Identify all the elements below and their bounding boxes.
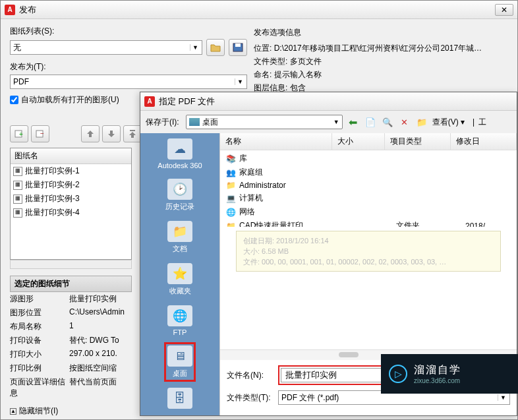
search-button[interactable]: 🔍 [381, 115, 394, 129]
detail-row: 图形位置C:\Users\Admin [10, 306, 132, 320]
filetype-label: 文件类型(T): [227, 392, 273, 404]
col-date[interactable]: 修改日 [451, 133, 517, 150]
sheet-row[interactable]: ▦批量打印实例-2 [11, 178, 131, 192]
folder-tooltip: 创建日期: 2018/1/20 16:14 大小: 6.58 MB 文件: 00… [236, 231, 501, 272]
desktop-icon: 🖥 [167, 345, 192, 367]
sheet-name: 批量打印实例-1 [25, 165, 80, 177]
detail-row: 布局名称1 [10, 320, 132, 334]
layerinfo-value: 包含 [290, 83, 306, 92]
publish-as-select[interactable]: PDF ▼ [10, 75, 247, 89]
place-fav[interactable]: ⭐收藏夹 [167, 263, 192, 296]
sheet-name: 批量打印实例-2 [25, 179, 80, 191]
svg-rect-1 [235, 44, 241, 47]
desktop-icon [189, 118, 200, 126]
sheet-row[interactable]: ▦批量打印实例-4 [11, 206, 131, 220]
detail-row: 打印大小297.00 x 210. [10, 347, 132, 361]
filename-label: 文件名(N): [227, 370, 273, 381]
file-row[interactable]: 📁Administrator [220, 179, 517, 191]
move-top-button[interactable] [123, 125, 142, 142]
ftp-icon: 🌐 [167, 305, 192, 326]
move-down-button[interactable] [102, 125, 121, 142]
sheet-scrollbar[interactable] [10, 260, 132, 269]
place-ftp[interactable]: 🌐FTP [167, 305, 192, 336]
col-name[interactable]: 名称 [220, 133, 332, 150]
drawer-icon: 🗄 [167, 388, 192, 409]
file-list[interactable]: 📚库👥家庭组📁Administrator💻计算机🌐网络📁CAD快速批量打印文件夹… [220, 150, 517, 227]
detail-row: 页面设置详细信息替代当前页面 [10, 375, 132, 400]
filetype-value: 多页文件 [290, 57, 322, 66]
history-icon: 🕑 [167, 179, 192, 200]
play-icon: ▷ [389, 365, 407, 383]
move-up-button[interactable] [81, 125, 100, 142]
file-row[interactable]: 📁CAD快速批量打印文件夹2018/ [220, 219, 517, 227]
publish-titlebar: A 发布 ✕ [1, 1, 517, 19]
save-location-value: 桌面 [202, 117, 218, 128]
watermark: ▷ 溜溜自学 zixue.3d66.com [381, 354, 518, 394]
save-button[interactable] [229, 39, 247, 56]
chevron-down-icon: ▼ [333, 119, 339, 125]
file-row[interactable]: 💻计算机 [220, 191, 517, 205]
network-icon: 🌐 [225, 208, 236, 217]
details-header: 选定的图纸细节 [10, 276, 132, 292]
watermark-title: 溜溜自学 [414, 363, 461, 377]
sheet-list[interactable]: 图纸名 ▦批量打印实例-1▦批量打印实例-2▦批量打印实例-3▦批量打印实例-4 [10, 148, 132, 260]
chevron-down-icon: ▼ [498, 394, 508, 401]
publish-options-header: 发布选项信息 [254, 26, 504, 39]
add-sheet-button[interactable]: + [10, 125, 28, 142]
layout-icon: ▦ [13, 208, 22, 218]
docs-icon: 📁 [167, 221, 192, 242]
places-bar: ☁Autodesk 360🕑历史记录📁文档⭐收藏夹🌐FTP🖥桌面🗄 [140, 133, 219, 415]
location-value: D:\2017年移动项目工程\红河州资料\红河分公司2017年城… [274, 44, 482, 53]
col-size[interactable]: 大小 [332, 133, 385, 150]
open-folder-button[interactable] [206, 39, 225, 56]
watermark-url: zixue.3d66.com [414, 377, 461, 384]
collapse-icon: ▲ [10, 408, 16, 415]
cloud-icon: ☁ [167, 138, 192, 160]
svg-text:+: + [19, 131, 23, 138]
lib-icon: 📚 [225, 154, 236, 164]
sheet-row[interactable]: ▦批量打印实例-3 [11, 192, 131, 206]
fav-icon: ⭐ [167, 263, 192, 284]
publish-as-value: PDF [13, 77, 29, 86]
close-button[interactable]: ✕ [495, 4, 513, 16]
chevron-down-icon: ▼ [190, 44, 200, 51]
auto-load-label: 自动加载所有打开的图形(U) [21, 94, 119, 105]
sheet-row[interactable]: ▦批量打印实例-1 [11, 164, 131, 178]
autocad-app-icon: A [144, 96, 155, 107]
svg-rect-6 [130, 130, 135, 131]
layout-icon: ▦ [13, 195, 22, 204]
sheet-list-label: 图纸列表(S): [10, 26, 247, 37]
up-folder-button[interactable]: 📄 [364, 115, 377, 129]
file-row[interactable]: 🌐网络 [220, 205, 517, 219]
place-history[interactable]: 🕑历史记录 [165, 179, 194, 212]
delete-button[interactable]: ✕ [398, 115, 411, 129]
view-dropdown[interactable]: 查看(V) ▾ [432, 117, 465, 128]
computer-icon: 💻 [225, 194, 236, 203]
back-button[interactable]: ⬅ [347, 115, 360, 129]
chevron-down-icon: ▼ [235, 78, 245, 85]
save-location-select[interactable]: 桌面 ▼ [186, 115, 343, 129]
sheet-name: 批量打印实例-4 [25, 207, 80, 218]
sheet-name: 批量打印实例-3 [25, 193, 80, 204]
place-cloud[interactable]: ☁Autodesk 360 [158, 138, 202, 169]
auto-load-checkbox[interactable] [10, 96, 18, 104]
place-desktop[interactable]: 🖥桌面 [167, 345, 192, 378]
place-drawer[interactable]: 🗄 [167, 388, 192, 411]
naming-value: 提示输入名称 [274, 70, 322, 79]
tools-dropdown[interactable]: 工 [478, 117, 486, 128]
col-type[interactable]: 项目类型 [385, 133, 451, 150]
group-icon: 👥 [225, 168, 236, 177]
save-in-label: 保存于(I): [146, 117, 179, 128]
svg-text:−: − [40, 130, 44, 137]
sheet-list-select[interactable]: 无 ▼ [10, 40, 202, 55]
file-list-header: 名称 大小 项目类型 修改日 [220, 133, 517, 150]
file-row[interactable]: 👥家庭组 [220, 165, 517, 179]
sheet-name-header: 图纸名 [11, 148, 131, 164]
file-row[interactable]: 📚库 [220, 152, 517, 165]
remove-sheet-button[interactable]: − [31, 125, 49, 142]
new-folder-button[interactable]: 📁 [415, 115, 428, 129]
publish-as-label: 发布为(T): [10, 61, 247, 73]
publish-title: 发布 [19, 4, 495, 16]
autocad-app-icon: A [5, 5, 15, 15]
place-docs[interactable]: 📁文档 [167, 221, 192, 254]
